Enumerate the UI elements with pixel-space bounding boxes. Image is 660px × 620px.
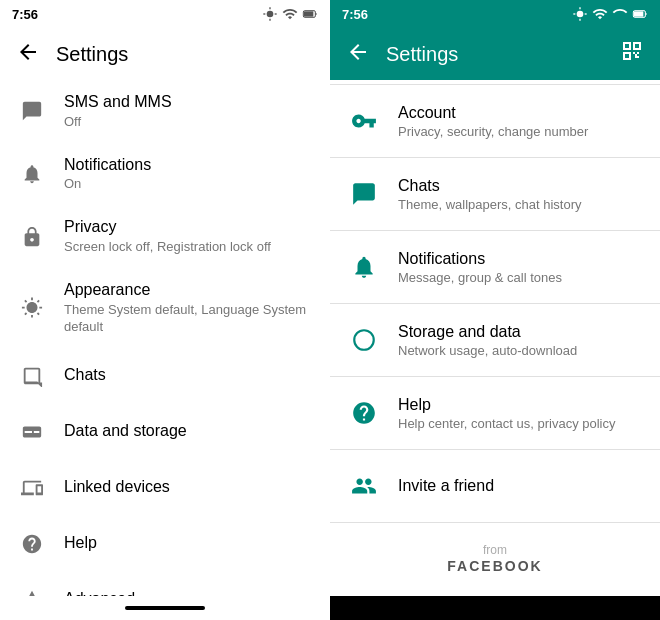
status-icons-left: [262, 6, 318, 22]
right-menu-item-help[interactable]: Help Help center, contact us, privacy po…: [330, 381, 660, 445]
right-menu-item-notifications[interactable]: Notifications Message, group & call tone…: [330, 235, 660, 299]
sms-icon: [16, 95, 48, 127]
right-menu-item-account[interactable]: Account Privacy, security, change number: [330, 89, 660, 153]
data-storage-icon: [16, 416, 48, 448]
signal-icon: [612, 6, 628, 22]
right-chats-icon: [346, 176, 382, 212]
right-help-subtitle: Help center, contact us, privacy policy: [398, 416, 616, 431]
advanced-icon: [16, 584, 48, 596]
right-menu-item-invite[interactable]: Invite a friend: [330, 454, 660, 518]
left-menu-list: SMS and MMS Off Notifications On Privacy…: [0, 80, 330, 596]
svg-rect-6: [304, 11, 313, 16]
status-bar-right: 7:56: [330, 0, 660, 28]
menu-item-data-storage[interactable]: Data and storage: [0, 404, 330, 460]
linked-devices-icon: [16, 472, 48, 504]
menu-item-privacy[interactable]: Privacy Screen lock off, Registration lo…: [0, 205, 330, 268]
data-storage-title: Data and storage: [64, 421, 314, 442]
help-icon: [16, 528, 48, 560]
svg-rect-13: [634, 11, 643, 16]
right-notifications-icon: [346, 249, 382, 285]
privacy-title: Privacy: [64, 217, 314, 238]
bottom-bar-right: [330, 596, 660, 620]
help-title: Help: [64, 533, 314, 554]
from-brand: FACEBOOK: [447, 558, 542, 574]
right-menu-item-chats[interactable]: Chats Theme, wallpapers, chat history: [330, 162, 660, 226]
back-icon: [16, 40, 40, 64]
wifi-icon: [282, 6, 298, 22]
brightness-icon-right: [572, 6, 588, 22]
notifications-icon: [16, 158, 48, 190]
sms-title: SMS and MMS: [64, 92, 314, 113]
advanced-title: Advanced: [64, 589, 314, 596]
menu-item-notifications[interactable]: Notifications On: [0, 143, 330, 206]
left-header: Settings: [0, 28, 330, 80]
notifications-subtitle: On: [64, 176, 314, 193]
account-icon: [346, 103, 382, 139]
menu-item-linked-devices[interactable]: Linked devices: [0, 460, 330, 516]
top-divider: [330, 84, 660, 85]
chats-title: Chats: [64, 365, 314, 386]
divider-6: [330, 522, 660, 523]
left-panel: 7:56: [0, 0, 330, 620]
battery-icon: [302, 6, 318, 22]
right-header: Settings: [330, 28, 660, 80]
privacy-icon: [16, 221, 48, 253]
qr-button[interactable]: [620, 39, 644, 69]
linked-devices-title: Linked devices: [64, 477, 314, 498]
menu-item-chats[interactable]: Chats: [0, 348, 330, 404]
wifi-icon-right: [592, 6, 608, 22]
from-section: from FACEBOOK: [330, 527, 660, 591]
right-storage-icon: [346, 322, 382, 358]
account-subtitle: Privacy, security, change number: [398, 124, 588, 139]
notifications-title: Notifications: [64, 155, 314, 176]
status-time-left: 7:56: [12, 7, 38, 22]
appearance-subtitle: Theme System default, Language System de…: [64, 302, 314, 336]
appearance-title: Appearance: [64, 280, 314, 301]
right-chats-title: Chats: [398, 177, 582, 195]
account-title: Account: [398, 104, 588, 122]
privacy-subtitle: Screen lock off, Registration lock off: [64, 239, 314, 256]
menu-item-advanced[interactable]: Advanced: [0, 572, 330, 596]
bottom-bar-left: [0, 596, 330, 620]
chats-icon: [16, 360, 48, 392]
right-content: Account Privacy, security, change number…: [330, 80, 660, 596]
divider-3: [330, 303, 660, 304]
right-invite-icon: [346, 468, 382, 504]
svg-point-14: [354, 330, 374, 350]
appearance-icon: [16, 292, 48, 324]
right-back-icon: [346, 40, 370, 64]
right-chats-subtitle: Theme, wallpapers, chat history: [398, 197, 582, 212]
menu-item-appearance[interactable]: Appearance Theme System default, Languag…: [0, 268, 330, 348]
divider-1: [330, 157, 660, 158]
left-header-title: Settings: [56, 43, 128, 66]
qr-icon: [620, 39, 644, 63]
right-menu-item-storage[interactable]: Storage and data Network usage, auto-dow…: [330, 308, 660, 372]
back-button[interactable]: [16, 40, 40, 68]
right-storage-subtitle: Network usage, auto-download: [398, 343, 577, 358]
right-help-icon: [346, 395, 382, 431]
right-notifications-title: Notifications: [398, 250, 562, 268]
divider-5: [330, 449, 660, 450]
menu-item-help[interactable]: Help: [0, 516, 330, 572]
brightness-icon: [262, 6, 278, 22]
bottom-indicator: [125, 606, 205, 610]
right-notifications-subtitle: Message, group & call tones: [398, 270, 562, 285]
svg-point-7: [577, 11, 584, 18]
status-icons-right: [572, 6, 648, 22]
right-storage-title: Storage and data: [398, 323, 577, 341]
svg-point-0: [267, 11, 274, 18]
battery-icon-right: [632, 6, 648, 22]
right-header-title: Settings: [386, 43, 458, 66]
status-time-right: 7:56: [342, 7, 368, 22]
right-help-title: Help: [398, 396, 616, 414]
right-invite-title: Invite a friend: [398, 477, 494, 495]
from-label: from: [346, 543, 644, 557]
divider-4: [330, 376, 660, 377]
right-back-button[interactable]: [346, 40, 370, 68]
sms-subtitle: Off: [64, 114, 314, 131]
menu-item-sms-mms[interactable]: SMS and MMS Off: [0, 80, 330, 143]
status-bar-left: 7:56: [0, 0, 330, 28]
right-panel: 7:56: [330, 0, 660, 620]
divider-2: [330, 230, 660, 231]
